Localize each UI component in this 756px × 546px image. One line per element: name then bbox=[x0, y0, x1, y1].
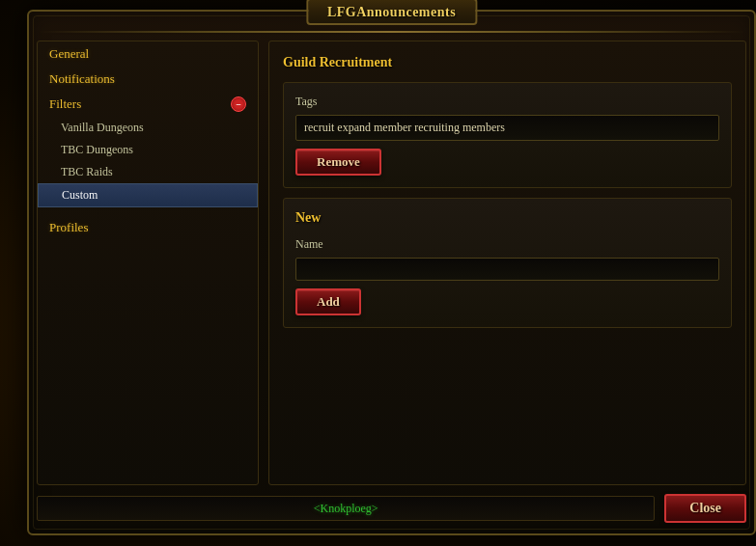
guild-recruitment-title: Guild Recruitment bbox=[283, 55, 732, 70]
sidebar-item-custom[interactable]: Custom bbox=[38, 183, 258, 207]
tags-label: Tags bbox=[295, 95, 719, 109]
name-input[interactable] bbox=[295, 258, 719, 281]
name-label: Name bbox=[295, 237, 719, 252]
sidebar-item-notifications[interactable]: Notifications bbox=[38, 67, 258, 92]
sidebar-item-filters[interactable]: Filters − bbox=[38, 92, 258, 117]
new-panel: New Name Add bbox=[283, 198, 732, 328]
main-dialog: LFGAnnouncements General Notifications F… bbox=[27, 10, 756, 535]
title-bar: LFGAnnouncements bbox=[306, 0, 477, 25]
sidebar-item-profiles[interactable]: Profiles bbox=[38, 215, 258, 240]
new-section-title: New bbox=[295, 210, 719, 226]
main-content: Guild Recruitment Tags Remove New Name A… bbox=[268, 41, 746, 485]
add-button[interactable]: Add bbox=[295, 288, 361, 315]
sidebar-item-tbc-dungeons[interactable]: TBC Dungeons bbox=[38, 139, 258, 161]
bottom-bar: <Knokploeg> Close bbox=[37, 491, 746, 526]
close-button[interactable]: Close bbox=[664, 494, 746, 523]
sidebar-item-tbc-raids[interactable]: TBC Raids bbox=[38, 161, 258, 183]
bottom-center-text: <Knokploeg> bbox=[314, 502, 378, 516]
sidebar: General Notifications Filters − Vanilla … bbox=[37, 41, 259, 485]
dialog-title: LFGAnnouncements bbox=[327, 5, 456, 19]
sidebar-item-general[interactable]: General bbox=[38, 41, 258, 67]
sidebar-item-vanilla-dungeons[interactable]: Vanilla Dungeons bbox=[38, 117, 258, 139]
filter-collapse-icon[interactable]: − bbox=[231, 96, 246, 112]
remove-button[interactable]: Remove bbox=[295, 149, 381, 176]
bottom-text-bar: <Knokploeg> bbox=[37, 496, 655, 521]
title-decoration bbox=[39, 31, 744, 33]
tags-input[interactable] bbox=[295, 115, 719, 141]
tags-panel: Tags Remove bbox=[283, 82, 732, 188]
